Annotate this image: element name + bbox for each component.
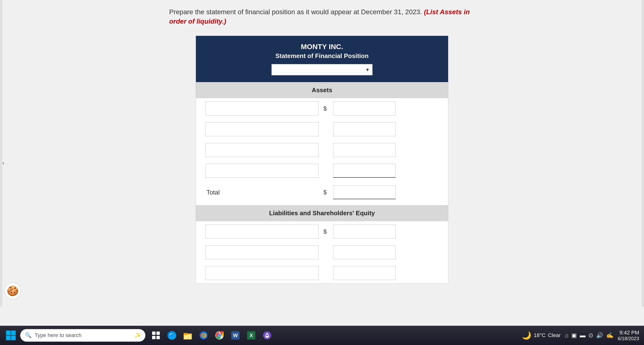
chrome-button[interactable] (212, 328, 227, 342)
main-content: Prepare the statement of financial posit… (0, 0, 644, 326)
input-icon[interactable]: ✍ (606, 332, 614, 339)
notification-icon[interactable]: ⌂ (565, 332, 569, 339)
start-button[interactable] (2, 327, 19, 344)
asset-row-3: $ (196, 140, 448, 160)
taskbar: 🔍 Type here to search ✨ (0, 326, 644, 345)
excel-icon: X (247, 331, 256, 340)
svg-rect-1 (11, 330, 16, 335)
total-label: Total (206, 189, 319, 196)
asset-name-4[interactable] (206, 164, 319, 178)
battery-icon[interactable]: ▬ (580, 332, 586, 339)
scroll-left-button[interactable]: ‹ (2, 160, 4, 166)
svg-text:X: X (250, 332, 253, 338)
asset-row-1: $ (196, 98, 448, 119)
left-border (0, 0, 2, 306)
date-dropdown[interactable] (272, 64, 372, 75)
excel-button[interactable]: X (244, 328, 258, 342)
asset-row-2: $ (196, 119, 448, 140)
asset-amount-1[interactable] (333, 102, 396, 116)
system-icons: ⌂ ▣ ▬ ⊙ 🔊 ✍ (565, 332, 614, 339)
liability-amount-3[interactable] (333, 266, 396, 280)
liability-name-3[interactable] (206, 266, 319, 280)
total-row: Total $ (196, 182, 448, 203)
dollar-sign-1: $ (324, 105, 328, 112)
task-view-icon (152, 331, 160, 339)
liability-row-1: $ (196, 221, 448, 242)
svg-point-8 (168, 331, 176, 340)
company-name: MONTY INC. (201, 43, 443, 51)
liability-amount-2[interactable] (333, 245, 396, 259)
search-placeholder: Type here to search (35, 332, 132, 338)
file-explorer-icon (183, 331, 192, 340)
volume-icon[interactable]: 🔊 (596, 332, 603, 339)
svg-rect-6 (152, 336, 156, 339)
firefox-icon (199, 331, 208, 340)
windows-icon (6, 330, 16, 340)
word-icon: W (231, 331, 240, 340)
svg-point-23 (266, 334, 268, 336)
moon-icon: 🌙 (522, 331, 531, 340)
liability-name-1[interactable] (206, 225, 319, 239)
cookie-button[interactable]: 🍪 (4, 282, 21, 299)
content-wrapper: Prepare the statement of financial posit… (160, 7, 484, 284)
right-border (642, 0, 644, 306)
liability-row-2: $ (196, 242, 448, 263)
statement-title: Statement of Financial Position (201, 52, 443, 60)
assets-section-header: Assets (196, 82, 448, 98)
search-icon: 🔍 (24, 332, 32, 339)
asset-name-3[interactable] (206, 143, 319, 157)
total-amount[interactable] (333, 185, 396, 199)
statement-card: MONTY INC. Statement of Financial Positi… (196, 36, 448, 284)
liability-row-3: $ (196, 263, 448, 283)
svg-text:W: W (233, 332, 238, 338)
display-icon[interactable]: ▣ (571, 332, 577, 339)
temperature: 18°C (534, 332, 546, 338)
svg-point-17 (218, 334, 221, 336)
condition: Clear (548, 332, 561, 338)
file-explorer-button[interactable] (180, 328, 195, 342)
svg-rect-7 (156, 336, 160, 339)
asset-row-4: $ (196, 160, 448, 181)
wifi-icon[interactable]: ⊙ (588, 332, 593, 339)
firefox-button[interactable] (196, 328, 211, 342)
svg-rect-10 (184, 333, 188, 335)
asset-amount-3[interactable] (333, 143, 396, 157)
dollar-sign-total: $ (324, 189, 328, 196)
svg-rect-5 (156, 331, 160, 335)
weather-display: 🌙 18°C Clear (522, 331, 561, 340)
search-bar[interactable]: 🔍 Type here to search ✨ (20, 329, 145, 342)
word-button[interactable]: W (228, 328, 242, 342)
svg-rect-3 (11, 335, 16, 340)
edge-button[interactable] (164, 328, 179, 342)
rocket-button[interactable] (260, 328, 274, 342)
taskbar-right: 🌙 18°C Clear ⌂ ▣ ▬ ⊙ 🔊 ✍ 9:42 PM 6/18/20… (522, 329, 642, 341)
liabilities-section-header: Liabilities and Shareholders' Equity (196, 205, 448, 221)
datetime-display[interactable]: 9:42 PM 6/18/2023 (618, 329, 639, 341)
asset-amount-2[interactable] (333, 122, 396, 136)
liability-amount-1[interactable] (333, 225, 396, 239)
dropdown-wrapper: ▼ (272, 64, 372, 75)
statement-header: MONTY INC. Statement of Financial Positi… (196, 36, 448, 82)
svg-rect-4 (152, 331, 156, 335)
rocket-icon (262, 331, 272, 340)
edge-icon (167, 331, 176, 340)
date-display: 6/18/2023 (618, 336, 639, 341)
taskbar-apps: W X (149, 328, 274, 342)
asset-name-1[interactable] (206, 102, 319, 116)
chrome-icon (215, 331, 224, 340)
asset-name-2[interactable] (206, 122, 319, 136)
asset-amount-4[interactable] (333, 164, 396, 178)
liability-name-2[interactable] (206, 245, 319, 259)
clock: 9:42 PM (618, 329, 639, 336)
task-view-button[interactable] (149, 328, 163, 342)
dollar-sign-l1: $ (324, 228, 328, 235)
instruction-main: Prepare the statement of financial posit… (169, 8, 422, 16)
svg-rect-11 (184, 335, 191, 339)
sparkle-icon: ✨ (134, 332, 141, 338)
date-dropdown-container: ▼ (201, 64, 443, 75)
svg-rect-0 (6, 330, 10, 335)
instruction-text: Prepare the statement of financial posit… (169, 7, 475, 26)
svg-rect-2 (6, 335, 10, 340)
